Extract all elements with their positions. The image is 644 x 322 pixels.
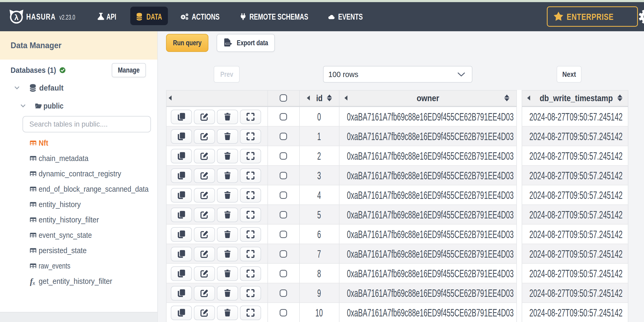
- svg-text:λ: λ: [14, 13, 19, 22]
